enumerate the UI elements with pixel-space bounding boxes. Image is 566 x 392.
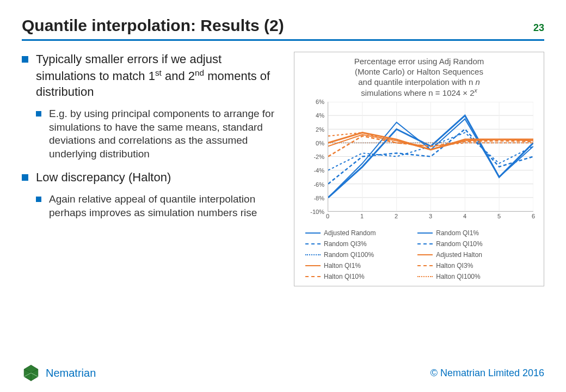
legend-item: Adjusted Random xyxy=(305,229,410,237)
y-tick-label: 2% xyxy=(316,126,324,133)
t: (Monte Carlo) or Halton Sequences xyxy=(355,67,483,76)
sup: st xyxy=(155,68,162,77)
y-tick-label: 0% xyxy=(316,140,324,146)
legend-label: Adjusted Random xyxy=(324,229,376,237)
y-tick-label: -10% xyxy=(310,209,324,215)
header: Quantile interpolation: Results (2) 23 xyxy=(22,16,544,35)
plot-inner xyxy=(328,102,533,212)
bullet-1a: E.g. by using principal components to ar… xyxy=(36,107,283,161)
t: and quantile interpolation with n xyxy=(358,77,473,87)
legend: Adjusted RandomRandom QI1%Random QI3%Ran… xyxy=(300,229,538,280)
y-tick-label: 4% xyxy=(316,112,324,119)
legend-swatch xyxy=(417,254,433,255)
chart-box: Percentage error using Adj Random (Monte… xyxy=(294,52,544,286)
legend-label: Random QI100% xyxy=(324,251,374,259)
legend-item: Halton QI10% xyxy=(305,273,410,280)
legend-swatch xyxy=(417,265,433,266)
x-tick-label: 4 xyxy=(463,213,466,219)
legend-label: Random QI10% xyxy=(436,240,482,248)
legend-swatch xyxy=(305,254,321,255)
legend-label: Halton QI10% xyxy=(324,273,365,280)
y-tick-label: -6% xyxy=(313,181,324,188)
chart-column: Percentage error using Adj Random (Monte… xyxy=(294,52,544,286)
sup: nd xyxy=(195,68,204,77)
title-rule xyxy=(22,39,544,41)
legend-item: Random QI1% xyxy=(417,229,522,237)
page-title: Quantile interpolation: Results (2) xyxy=(22,16,284,35)
x-tick-label: 2 xyxy=(395,213,398,219)
y-tick-label: -4% xyxy=(313,167,324,174)
legend-label: Adjusted Halton xyxy=(436,251,482,259)
legend-swatch xyxy=(305,276,321,277)
legend-swatch xyxy=(417,243,433,244)
legend-item: Random QI100% xyxy=(305,251,410,259)
y-tick-label: -2% xyxy=(313,154,324,160)
bullet-column: Typically smaller errors if we adjust si… xyxy=(22,52,283,286)
plot-area: -10%-8%-6%-4%-2%0%2%4%6% 0123456 xyxy=(305,102,533,222)
legend-item: Adjusted Halton xyxy=(417,251,522,259)
legend-item: Random QI10% xyxy=(417,240,522,248)
bullet-2a: Again relative appeal of quantile interp… xyxy=(36,193,283,219)
body: Typically smaller errors if we adjust si… xyxy=(22,52,544,286)
brand-name: Nematrian xyxy=(46,367,96,379)
bullet-2: Low discrepancy (Halton) Again relative … xyxy=(22,170,283,220)
x-tick-label: 6 xyxy=(532,213,535,219)
chart-title: Percentage error using Adj Random (Monte… xyxy=(300,57,538,99)
slide: Quantile interpolation: Results (2) 23 T… xyxy=(0,0,566,392)
x-axis-labels: 0123456 xyxy=(328,213,533,222)
text: and 2 xyxy=(162,69,195,83)
legend-item: Random QI3% xyxy=(305,240,410,248)
logo-icon xyxy=(22,364,40,382)
legend-swatch xyxy=(305,243,321,244)
footer: Nematrian © Nematrian Limited 2016 xyxy=(22,364,544,382)
legend-item: Halton QI3% xyxy=(417,262,522,270)
legend-label: Halton QI1% xyxy=(324,262,361,270)
legend-label: Random QI1% xyxy=(436,229,479,237)
t: simulations where n = 1024 × 2 xyxy=(361,88,474,97)
t: x xyxy=(475,87,477,94)
x-tick-label: 1 xyxy=(360,213,364,219)
x-tick-label: 3 xyxy=(429,213,432,219)
legend-label: Random QI3% xyxy=(324,240,367,248)
legend-swatch xyxy=(417,276,433,277)
legend-label: Halton QI100% xyxy=(436,273,480,280)
legend-label: Halton QI3% xyxy=(436,262,473,270)
chart-svg xyxy=(328,102,533,211)
legend-item: Halton QI100% xyxy=(417,273,522,280)
y-axis-labels: -10%-8%-6%-4%-2%0%2%4%6% xyxy=(305,102,327,222)
x-tick-label: 0 xyxy=(326,213,329,219)
page-number: 23 xyxy=(533,22,544,34)
x-tick-label: 5 xyxy=(497,213,501,219)
legend-swatch xyxy=(417,232,433,234)
copyright: © Nematrian Limited 2016 xyxy=(430,367,544,379)
text: Low discrepancy (Halton) xyxy=(36,170,171,184)
legend-swatch xyxy=(305,232,321,234)
brand: Nematrian xyxy=(22,364,96,382)
t: Percentage error using Adj Random xyxy=(354,57,484,66)
y-tick-label: 6% xyxy=(316,99,324,105)
bullet-1: Typically smaller errors if we adjust si… xyxy=(22,52,283,161)
legend-item: Halton QI1% xyxy=(305,262,410,270)
legend-swatch xyxy=(305,265,321,266)
y-tick-label: -8% xyxy=(313,195,324,201)
